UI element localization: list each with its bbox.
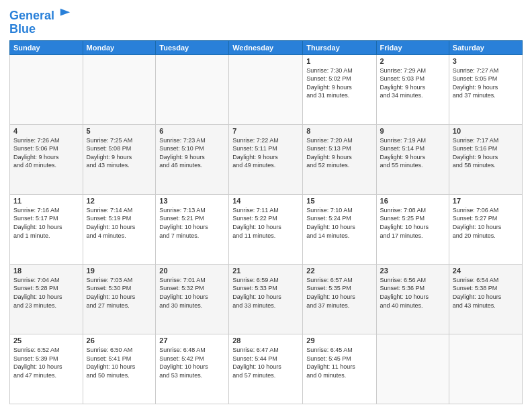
day-number: 22 [306, 267, 372, 275]
day-info: Sunrise: 6:57 AM Sunset: 5:35 PM Dayligh… [306, 276, 372, 310]
calendar-cell: 25Sunrise: 6:52 AM Sunset: 5:39 PM Dayli… [10, 334, 83, 404]
calendar-week-0: 1Sunrise: 7:30 AM Sunset: 5:02 PM Daylig… [10, 54, 523, 124]
day-info: Sunrise: 7:22 AM Sunset: 5:11 PM Dayligh… [232, 136, 299, 170]
day-info: Sunrise: 7:01 AM Sunset: 5:32 PM Dayligh… [159, 276, 225, 310]
day-number: 23 [380, 267, 445, 275]
calendar-header-sunday: Sunday [10, 40, 83, 54]
day-number: 13 [159, 197, 225, 205]
calendar-cell [376, 334, 449, 404]
day-number: 27 [159, 336, 225, 345]
calendar-header-friday: Friday [376, 40, 449, 54]
calendar-cell: 2Sunrise: 7:29 AM Sunset: 5:03 PM Daylig… [376, 54, 449, 124]
calendar-cell: 5Sunrise: 7:25 AM Sunset: 5:08 PM Daylig… [83, 124, 156, 194]
day-info: Sunrise: 7:13 AM Sunset: 5:21 PM Dayligh… [159, 206, 225, 240]
day-number: 8 [306, 127, 372, 135]
day-info: Sunrise: 7:06 AM Sunset: 5:27 PM Dayligh… [453, 206, 519, 240]
logo-text: General [9, 9, 71, 23]
day-info: Sunrise: 6:52 AM Sunset: 5:39 PM Dayligh… [13, 346, 79, 379]
day-info: Sunrise: 7:29 AM Sunset: 5:03 PM Dayligh… [380, 66, 445, 100]
calendar-cell: 17Sunrise: 7:06 AM Sunset: 5:27 PM Dayli… [449, 194, 522, 264]
calendar-header-saturday: Saturday [449, 40, 522, 54]
calendar-cell [83, 54, 156, 124]
day-number: 4 [13, 127, 79, 135]
day-number: 5 [87, 127, 152, 135]
calendar-header-wednesday: Wednesday [229, 40, 303, 54]
calendar-cell: 14Sunrise: 7:11 AM Sunset: 5:22 PM Dayli… [229, 194, 303, 264]
calendar-cell: 18Sunrise: 7:04 AM Sunset: 5:28 PM Dayli… [10, 264, 83, 334]
day-info: Sunrise: 6:48 AM Sunset: 5:42 PM Dayligh… [159, 346, 225, 379]
day-info: Sunrise: 6:59 AM Sunset: 5:33 PM Dayligh… [232, 276, 299, 310]
day-info: Sunrise: 7:20 AM Sunset: 5:13 PM Dayligh… [306, 136, 372, 170]
day-info: Sunrise: 7:03 AM Sunset: 5:30 PM Dayligh… [87, 276, 152, 310]
day-info: Sunrise: 6:47 AM Sunset: 5:44 PM Dayligh… [232, 346, 299, 379]
logo-flag-icon [59, 7, 71, 19]
day-info: Sunrise: 7:30 AM Sunset: 5:02 PM Dayligh… [306, 66, 372, 100]
day-number: 25 [13, 336, 79, 345]
calendar-cell: 15Sunrise: 7:10 AM Sunset: 5:24 PM Dayli… [303, 194, 376, 264]
calendar-cell: 27Sunrise: 6:48 AM Sunset: 5:42 PM Dayli… [156, 334, 229, 404]
calendar-header-row: SundayMondayTuesdayWednesdayThursdayFrid… [10, 40, 523, 54]
calendar-header-thursday: Thursday [303, 40, 376, 54]
day-info: Sunrise: 7:11 AM Sunset: 5:22 PM Dayligh… [232, 206, 299, 240]
day-number: 11 [13, 197, 79, 205]
calendar-cell: 19Sunrise: 7:03 AM Sunset: 5:30 PM Dayli… [83, 264, 156, 334]
day-info: Sunrise: 7:19 AM Sunset: 5:14 PM Dayligh… [380, 136, 445, 170]
logo-general: General [9, 9, 54, 22]
svg-marker-0 [60, 9, 70, 16]
calendar-cell: 22Sunrise: 6:57 AM Sunset: 5:35 PM Dayli… [303, 264, 376, 334]
day-number: 24 [453, 267, 519, 275]
calendar-cell: 11Sunrise: 7:16 AM Sunset: 5:17 PM Dayli… [10, 194, 83, 264]
day-number: 1 [306, 57, 372, 65]
calendar-table: SundayMondayTuesdayWednesdayThursdayFrid… [9, 40, 523, 404]
page: General Blue SundayMondayTuesdayWednesda… [0, 0, 532, 411]
calendar-cell: 24Sunrise: 6:54 AM Sunset: 5:38 PM Dayli… [449, 264, 522, 334]
day-info: Sunrise: 7:25 AM Sunset: 5:08 PM Dayligh… [87, 136, 152, 170]
day-info: Sunrise: 7:17 AM Sunset: 5:16 PM Dayligh… [453, 136, 519, 170]
day-number: 17 [453, 197, 519, 205]
day-number: 18 [13, 267, 79, 275]
calendar-cell: 12Sunrise: 7:14 AM Sunset: 5:19 PM Dayli… [83, 194, 156, 264]
calendar-week-3: 18Sunrise: 7:04 AM Sunset: 5:28 PM Dayli… [10, 264, 523, 334]
day-number: 16 [380, 197, 445, 205]
header: General Blue [9, 7, 523, 36]
day-number: 26 [87, 336, 152, 345]
calendar-header-monday: Monday [83, 40, 156, 54]
calendar-cell: 20Sunrise: 7:01 AM Sunset: 5:32 PM Dayli… [156, 264, 229, 334]
day-info: Sunrise: 6:54 AM Sunset: 5:38 PM Dayligh… [453, 276, 519, 310]
day-info: Sunrise: 7:04 AM Sunset: 5:28 PM Dayligh… [13, 276, 79, 310]
calendar-cell: 4Sunrise: 7:26 AM Sunset: 5:06 PM Daylig… [10, 124, 83, 194]
day-info: Sunrise: 7:26 AM Sunset: 5:06 PM Dayligh… [13, 136, 79, 170]
calendar-cell: 28Sunrise: 6:47 AM Sunset: 5:44 PM Dayli… [229, 334, 303, 404]
calendar-cell: 7Sunrise: 7:22 AM Sunset: 5:11 PM Daylig… [229, 124, 303, 194]
day-info: Sunrise: 7:27 AM Sunset: 5:05 PM Dayligh… [453, 66, 519, 100]
day-info: Sunrise: 7:16 AM Sunset: 5:17 PM Dayligh… [13, 206, 79, 240]
calendar-cell: 26Sunrise: 6:50 AM Sunset: 5:41 PM Dayli… [83, 334, 156, 404]
calendar-cell [10, 54, 83, 124]
day-info: Sunrise: 7:14 AM Sunset: 5:19 PM Dayligh… [87, 206, 152, 240]
day-number: 19 [87, 267, 152, 275]
day-info: Sunrise: 6:56 AM Sunset: 5:36 PM Dayligh… [380, 276, 445, 310]
calendar-cell: 21Sunrise: 6:59 AM Sunset: 5:33 PM Dayli… [229, 264, 303, 334]
calendar-cell: 6Sunrise: 7:23 AM Sunset: 5:10 PM Daylig… [156, 124, 229, 194]
calendar-cell: 1Sunrise: 7:30 AM Sunset: 5:02 PM Daylig… [303, 54, 376, 124]
calendar-header-tuesday: Tuesday [156, 40, 229, 54]
calendar-cell: 9Sunrise: 7:19 AM Sunset: 5:14 PM Daylig… [376, 124, 449, 194]
calendar-week-4: 25Sunrise: 6:52 AM Sunset: 5:39 PM Dayli… [10, 334, 523, 404]
calendar-cell: 16Sunrise: 7:08 AM Sunset: 5:25 PM Dayli… [376, 194, 449, 264]
calendar-cell: 10Sunrise: 7:17 AM Sunset: 5:16 PM Dayli… [449, 124, 522, 194]
day-number: 3 [453, 57, 519, 65]
day-number: 28 [232, 336, 299, 345]
calendar-week-2: 11Sunrise: 7:16 AM Sunset: 5:17 PM Dayli… [10, 194, 523, 264]
calendar-cell [229, 54, 303, 124]
day-number: 10 [453, 127, 519, 135]
day-info: Sunrise: 7:23 AM Sunset: 5:10 PM Dayligh… [159, 136, 225, 170]
day-info: Sunrise: 7:10 AM Sunset: 5:24 PM Dayligh… [306, 206, 372, 240]
day-number: 15 [306, 197, 372, 205]
day-number: 2 [380, 57, 445, 65]
calendar-cell: 23Sunrise: 6:56 AM Sunset: 5:36 PM Dayli… [376, 264, 449, 334]
day-number: 9 [380, 127, 445, 135]
day-info: Sunrise: 6:50 AM Sunset: 5:41 PM Dayligh… [87, 346, 152, 379]
logo-blue: Blue [9, 23, 71, 36]
calendar-week-1: 4Sunrise: 7:26 AM Sunset: 5:06 PM Daylig… [10, 124, 523, 194]
day-number: 12 [87, 197, 152, 205]
